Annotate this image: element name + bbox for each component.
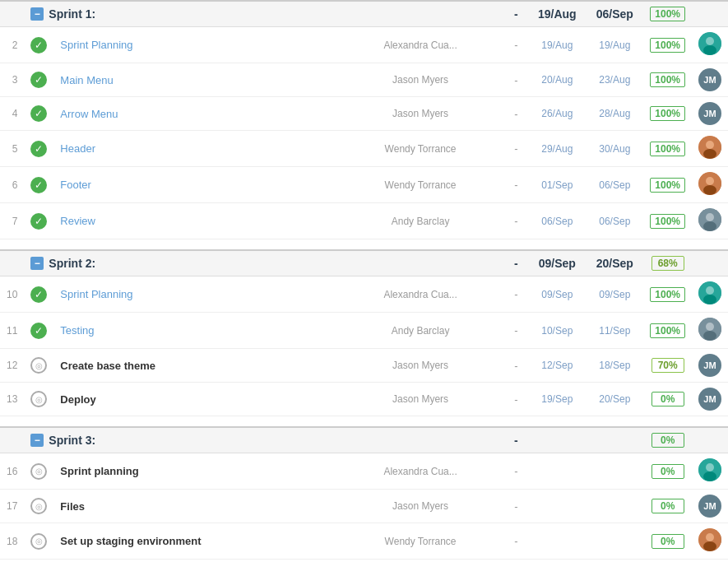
task-assignee: Wendy Torrance xyxy=(337,167,503,203)
task-assignee: Jason Myers xyxy=(337,97,503,131)
row-num xyxy=(0,427,24,453)
svg-point-2 xyxy=(703,45,716,55)
task-dash: - xyxy=(503,313,528,349)
task-name[interactable]: Files xyxy=(53,490,336,523)
sprint-date-end xyxy=(586,427,643,453)
pending-icon: ◎ xyxy=(30,533,47,550)
sprint-date-start: 09/Sep xyxy=(528,250,586,276)
task-avatar-cell xyxy=(692,313,728,349)
task-name[interactable]: Header xyxy=(53,131,336,167)
svg-point-13 xyxy=(706,286,714,295)
status-icon-cell: ✓ xyxy=(24,276,53,313)
task-name[interactable]: Set up staging environment xyxy=(53,523,336,560)
task-row: 4 ✓ Arrow Menu Jason Myers - 26/Aug 28/A… xyxy=(0,97,728,131)
row-num xyxy=(0,1,24,27)
sprint-progress-cell: 68% xyxy=(643,250,692,276)
task-dash: - xyxy=(503,167,528,203)
task-name[interactable]: Create base theme xyxy=(53,349,336,383)
status-icon-cell: ◎ xyxy=(24,453,53,490)
task-progress-cell: 70% xyxy=(643,349,692,383)
avatar xyxy=(698,172,721,195)
task-dash: - xyxy=(503,63,528,97)
task-progress-badge: 100% xyxy=(650,323,685,338)
sprint-date-start: 19/Aug xyxy=(528,1,586,27)
complete-icon: ✓ xyxy=(30,141,47,157)
task-avatar-cell xyxy=(692,523,728,560)
task-dash: - xyxy=(503,203,528,239)
task-name[interactable]: Footer xyxy=(53,167,336,203)
avatar: JM xyxy=(698,495,721,518)
svg-point-11 xyxy=(703,221,716,231)
svg-point-4 xyxy=(706,141,714,149)
complete-icon: ✓ xyxy=(30,286,47,303)
task-date-end: 06/Sep xyxy=(586,167,643,203)
task-dash: - xyxy=(503,276,528,313)
task-name[interactable]: Main Menu xyxy=(53,63,336,97)
complete-icon: ✓ xyxy=(30,72,47,88)
task-name[interactable]: Sprint Planning xyxy=(53,27,336,63)
task-date-end: 19/Aug xyxy=(586,27,643,63)
task-progress-cell: 100% xyxy=(643,167,692,203)
task-date-end: 30/Aug xyxy=(586,131,643,167)
row-num: 12 xyxy=(0,349,24,383)
task-progress-badge: 100% xyxy=(650,214,685,229)
sprint-avatar-cell xyxy=(692,1,728,27)
task-progress-badge: 0% xyxy=(651,464,684,479)
svg-point-19 xyxy=(706,463,714,471)
task-avatar-cell: JM xyxy=(692,490,728,523)
task-date-end: 28/Aug xyxy=(586,97,643,131)
spacer xyxy=(0,239,728,251)
task-dash: - xyxy=(503,453,528,490)
task-progress-cell: 100% xyxy=(643,203,692,239)
task-avatar-cell: JM xyxy=(692,63,728,97)
sprint-progress-badge: 0% xyxy=(651,433,684,448)
task-name[interactable]: Sprint planning xyxy=(53,453,336,490)
task-avatar-cell: JM xyxy=(692,97,728,131)
task-dash: - xyxy=(503,490,528,523)
svg-point-20 xyxy=(703,471,716,481)
task-row: 10 ✓ Sprint Planning Alexandra Cua... - … xyxy=(0,276,728,313)
task-progress-badge: 100% xyxy=(650,72,685,87)
status-icon-cell: ◎ xyxy=(24,349,53,383)
task-date-start: 19/Aug xyxy=(528,27,586,63)
row-num: 7 xyxy=(0,203,24,239)
row-num: 10 xyxy=(0,276,24,313)
task-progress-badge: 100% xyxy=(650,178,685,193)
sprint-collapse-button[interactable]: − xyxy=(30,257,44,270)
task-name[interactable]: Arrow Menu xyxy=(53,97,336,131)
task-name[interactable]: Sprint Planning xyxy=(53,276,336,313)
task-avatar-cell xyxy=(692,167,728,203)
row-num: 16 xyxy=(0,453,24,490)
spacer-row xyxy=(0,239,728,251)
task-avatar-cell xyxy=(692,203,728,239)
task-date-end: 18/Sep xyxy=(586,349,643,383)
main-container: − Sprint 1: - 19/Aug 06/Sep 100% 2 ✓ Spr… xyxy=(0,0,728,560)
task-name[interactable]: Deploy xyxy=(53,383,336,416)
task-name[interactable]: Testing xyxy=(53,313,336,349)
task-assignee: Alexandra Cua... xyxy=(337,276,503,313)
task-dash: - xyxy=(503,383,528,416)
task-progress-badge: 100% xyxy=(650,38,685,53)
row-num: 11 xyxy=(0,313,24,349)
task-date-end xyxy=(586,490,643,523)
sprint-row: − Sprint 2: - 09/Sep 20/Sep 68% xyxy=(0,250,728,276)
task-assignee: Alexandra Cua... xyxy=(337,27,503,63)
task-name[interactable]: Review xyxy=(53,203,336,239)
status-icon-cell: ◎ xyxy=(24,490,53,523)
task-row: 13 ◎ Deploy Jason Myers - 19/Sep 20/Sep … xyxy=(0,383,728,416)
task-progress-badge: 0% xyxy=(651,392,684,406)
task-avatar-cell xyxy=(692,276,728,313)
pending-icon: ◎ xyxy=(30,498,47,514)
sprint-collapse-button[interactable]: − xyxy=(30,434,44,447)
row-num: 18 xyxy=(0,523,24,560)
task-date-start: 09/Sep xyxy=(528,276,586,313)
task-assignee: Wendy Torrance xyxy=(337,131,503,167)
svg-point-5 xyxy=(703,149,716,159)
sprint-assignee xyxy=(337,1,503,27)
sprint-collapse-button[interactable]: − xyxy=(30,7,44,21)
sprint-assignee xyxy=(337,250,503,276)
task-assignee: Jason Myers xyxy=(337,383,503,416)
task-progress-cell: 100% xyxy=(643,97,692,131)
row-num: 4 xyxy=(0,97,24,131)
task-date-start: 29/Aug xyxy=(528,131,586,167)
